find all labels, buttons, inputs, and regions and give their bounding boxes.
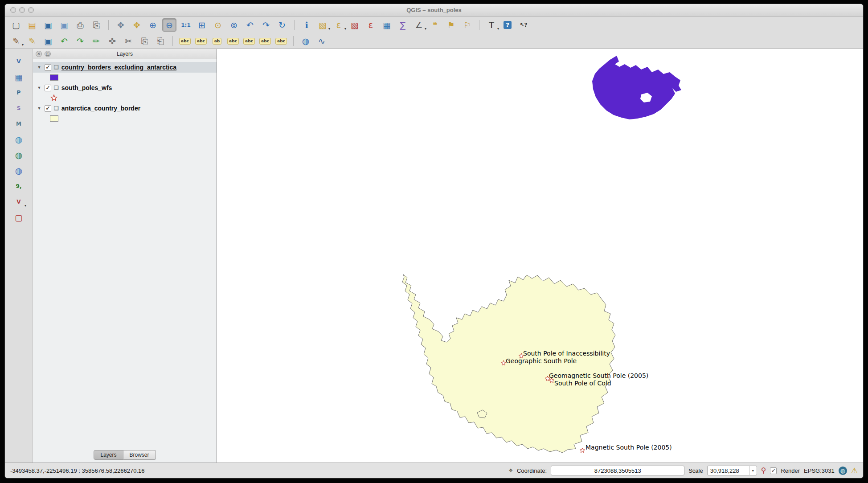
diagram-options-icon[interactable]: abc (194, 35, 208, 47)
labeling-options-icon[interactable]: abc (178, 35, 192, 47)
measure-dropdown-arrow[interactable]: ▾ (425, 27, 426, 31)
star-swatch[interactable] (50, 94, 58, 102)
add-raster-layer-icon[interactable]: ▦ (12, 71, 25, 83)
add-wfs-layer-icon[interactable]: ◍ (12, 164, 25, 177)
render-checkbox[interactable]: ✓ (770, 467, 777, 474)
remove-layer-group-icon[interactable]: ▢ (12, 211, 25, 224)
current-edits-dropdown-arrow[interactable]: ▾ (22, 43, 24, 47)
tab-browser[interactable]: Browser (123, 450, 156, 460)
zoom-full-icon[interactable]: ⊞ (195, 19, 209, 31)
add-spatialite-layer-glyph: S (17, 106, 21, 111)
expand-arrow-icon[interactable]: ▼ (37, 65, 42, 70)
zoom-last-icon[interactable]: ↶ (243, 19, 257, 31)
close-panel-icon[interactable]: ✕ (36, 51, 42, 57)
add-feature-icon[interactable]: ✏ (90, 35, 103, 47)
open-project-icon[interactable]: ▤ (25, 19, 39, 31)
extents-toggle-icon[interactable]: ⌖ (509, 467, 513, 474)
composer-manager-icon[interactable]: ⎘ (90, 19, 103, 31)
layer-visibility-checkbox[interactable]: ✓ (45, 105, 51, 112)
save-layer-edits-icon[interactable]: ▣ (41, 35, 55, 47)
identify-features-icon[interactable]: ℹ (300, 19, 313, 31)
toggle-editing-icon[interactable]: ✎ (25, 35, 39, 47)
zoom-window-button[interactable] (28, 7, 34, 13)
highlight-pinned-labels-icon[interactable]: abc (226, 35, 240, 47)
statistical-summary-icon[interactable]: ∑ (396, 19, 409, 31)
select-features-icon[interactable]: ▧▾ (316, 19, 329, 31)
float-panel-icon[interactable]: ◳ (45, 51, 51, 57)
save-project-as-icon[interactable]: ▣ (57, 19, 71, 31)
zoom-to-selection-icon[interactable]: ⊙ (211, 19, 225, 31)
show-bookmarks-icon[interactable]: ⚐ (460, 19, 474, 31)
redo-icon[interactable]: ↷ (74, 35, 87, 47)
pin-labels-icon[interactable]: ab (210, 35, 224, 47)
cut-features-icon[interactable]: ✂ (122, 35, 135, 47)
expand-arrow-icon[interactable]: ▼ (37, 86, 42, 90)
python-console-icon[interactable]: ∿ (315, 35, 328, 47)
add-vector-layer-icon[interactable]: V (12, 55, 25, 68)
new-shapefile-layer-icon[interactable]: V▾ (12, 196, 25, 208)
close-window-button[interactable] (10, 7, 16, 13)
map-tips-icon[interactable]: ❝ (428, 19, 442, 31)
fill-swatch-purple[interactable] (50, 74, 58, 81)
paste-features-icon[interactable]: ⎗ (154, 35, 167, 47)
layer-item-south-poles-wfs[interactable]: ▼ ✓ ❏ south_poles_wfs (33, 82, 217, 93)
crs-status-icon[interactable]: ◍ (839, 467, 847, 475)
select-by-expression-icon[interactable]: ε▾ (332, 19, 345, 31)
title-bar[interactable]: QGIS – south_poles (5, 4, 863, 16)
layer-name[interactable]: country_borders_excluding_antarctica (61, 64, 176, 71)
text-annotation-dropdown-arrow[interactable]: ▾ (497, 27, 499, 31)
deselect-features-icon[interactable]: ▧ (348, 19, 361, 31)
map-refresh-icon[interactable]: ↻ (275, 19, 289, 31)
copy-features-icon[interactable]: ⎘ (138, 35, 151, 47)
zoom-native-icon[interactable]: 1:1 (179, 19, 192, 31)
save-project-icon[interactable]: ▣ (41, 19, 55, 31)
vertex-tool-icon[interactable]: ✜ (106, 35, 119, 47)
scale-combo[interactable]: 30,918,228 ▾ (707, 466, 757, 475)
messages-warning-icon[interactable]: ⚠ (851, 466, 858, 475)
zoom-next-icon[interactable]: ↷ (259, 19, 273, 31)
layer-item-country-borders[interactable]: ▼ ✓ ❏ country_borders_excluding_antarcti… (33, 62, 217, 73)
current-edits-icon[interactable]: ✎▾ (9, 35, 23, 47)
scale-dropdown-arrow[interactable]: ▾ (749, 466, 757, 475)
scale-lock-icon[interactable]: ⚲ (761, 467, 766, 474)
zoom-in-icon[interactable]: ⊕ (146, 19, 160, 31)
fill-swatch-yellow[interactable] (50, 115, 58, 122)
pan-to-selection-icon[interactable]: ✥ (130, 19, 143, 31)
add-wcs-layer-icon[interactable]: ◍ (12, 149, 25, 161)
add-delimited-text-layer-icon[interactable]: 9, (12, 180, 25, 192)
select-features-dropdown-arrow[interactable]: ▾ (328, 27, 330, 31)
layer-name[interactable]: south_poles_wfs (61, 84, 112, 91)
layer-visibility-checkbox[interactable]: ✓ (45, 64, 51, 71)
whats-this-icon[interactable]: ↖? (517, 19, 530, 31)
new-bookmark-icon[interactable]: ⚑ (444, 19, 458, 31)
tab-layers[interactable]: Layers (94, 450, 123, 460)
layer-name[interactable]: antarctica_country_border (61, 105, 140, 112)
rotate-label-icon[interactable]: abc (258, 35, 272, 47)
select-by-form-icon[interactable]: ε (364, 19, 377, 31)
undo-icon[interactable]: ↶ (57, 35, 71, 47)
move-label-icon[interactable]: abc (242, 35, 256, 47)
add-spatialite-layer-icon[interactable]: S (12, 102, 25, 115)
measure-icon[interactable]: ∠▾ (412, 19, 426, 31)
add-postgis-layer-icon[interactable]: P (12, 86, 25, 99)
new-shapefile-layer-dropdown-arrow[interactable]: ▾ (25, 204, 26, 208)
new-print-composer-icon[interactable]: ⎙ (74, 19, 87, 31)
open-attribute-table-icon[interactable]: ▦ (380, 19, 393, 31)
expand-arrow-icon[interactable]: ▼ (37, 106, 42, 111)
add-mssql-layer-icon[interactable]: M (12, 118, 25, 130)
metasearch-icon[interactable]: ◍ (299, 35, 312, 47)
zoom-out-icon[interactable]: ⊖ (162, 18, 176, 32)
new-project-icon[interactable]: ▢ (9, 19, 23, 31)
select-by-expression-dropdown-arrow[interactable]: ▾ (344, 27, 346, 31)
layer-item-antarctica-border[interactable]: ▼ ✓ ❏ antarctica_country_border (33, 103, 217, 114)
layer-visibility-checkbox[interactable]: ✓ (45, 85, 51, 91)
map-canvas[interactable]: South Pole of Inaccessibility Geographic… (217, 49, 863, 463)
coordinate-input[interactable] (551, 466, 684, 475)
help-contents-icon[interactable]: ? (501, 19, 514, 31)
minimize-window-button[interactable] (19, 7, 25, 13)
add-wms-layer-icon[interactable]: ◍ (12, 133, 25, 146)
pan-map-icon[interactable]: ✥ (114, 19, 127, 31)
change-label-icon[interactable]: abc (274, 35, 288, 47)
zoom-to-layer-icon[interactable]: ⊚ (227, 19, 241, 31)
text-annotation-icon[interactable]: T▾ (485, 19, 498, 31)
